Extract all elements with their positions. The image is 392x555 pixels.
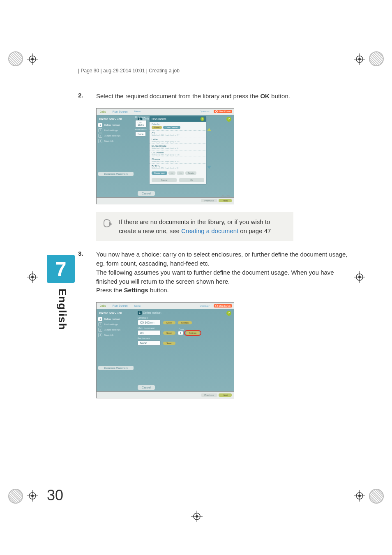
envelope-settings-button[interactable]: Settings <box>178 321 192 324</box>
cancel-button[interactable]: Cancel <box>138 191 155 196</box>
print-mark <box>8 51 23 66</box>
main-doc-select-button[interactable]: Select <box>163 331 175 335</box>
previous-button[interactable]: Previous <box>201 199 217 202</box>
envelope-label: Envelope <box>135 116 147 118</box>
operator-label[interactable]: Operator <box>197 109 212 113</box>
svg-point-27 <box>196 515 198 518</box>
help-icon[interactable]: ? <box>201 117 204 121</box>
step-text: You now have a choice: carry on to selec… <box>96 250 351 295</box>
tab-jobs[interactable]: Jobs <box>97 303 109 308</box>
wizard-step-define-mailset[interactable]: 1Define mailset <box>98 123 134 127</box>
list-item[interactable]: #9 BREWidth (mm): 225; Height (mm): nr 9… <box>150 163 206 170</box>
count-value: 1 <box>178 331 183 335</box>
next-button[interactable]: (all load OK)Next <box>219 199 232 202</box>
chapter-tab: 7 <box>47 255 75 283</box>
print-mark <box>8 489 23 504</box>
wizard-step-define-mailset[interactable]: 1Define mailset <box>98 317 134 321</box>
embedded-screenshot-2: Jobs Run Screen Menu Operator Shut Down … <box>96 302 234 398</box>
svg-point-23 <box>358 495 361 497</box>
list-item[interactable]: A4Width (mm): 210; Height (mm): nr 297 <box>150 130 206 137</box>
crop-mark <box>354 53 365 65</box>
print-mark <box>369 51 384 66</box>
link-creating-a-document[interactable]: Creating a document <box>181 227 238 234</box>
panel-title: 1Define mailset <box>138 311 231 315</box>
shutdown-button[interactable]: Shut Down <box>214 110 232 113</box>
scroll-down-icon[interactable] <box>207 166 211 169</box>
help-icon[interactable]: ? <box>226 311 231 316</box>
enclosures-value: None <box>138 340 161 346</box>
tab-jobs[interactable]: Jobs <box>97 109 109 114</box>
svg-point-11 <box>31 276 34 278</box>
note-box: If there are no documents in the library… <box>96 212 293 241</box>
crop-mark <box>354 271 365 283</box>
popup-title: Documents <box>152 118 166 120</box>
callout-ring <box>184 330 201 336</box>
tab-run-screen[interactable]: Run Screen <box>109 109 131 114</box>
create-new-button[interactable]: Create new <box>152 171 167 175</box>
svg-point-19 <box>31 495 34 497</box>
page-header: | Page 30 | aug-29-2014 10:01 | Creating… <box>41 66 351 75</box>
wizard-step-save-job[interactable]: 4Save job <box>98 139 134 143</box>
step-text: Select the required document from the li… <box>96 92 351 101</box>
document-placement-button[interactable]: Document Placement <box>98 366 134 370</box>
document-placement-button[interactable]: Document Placement <box>98 172 134 176</box>
menu-button[interactable]: Menu <box>131 109 144 113</box>
wizard-step-output-settings[interactable]: 3Output settings <box>98 134 134 138</box>
crop-mark <box>27 271 38 283</box>
next-button[interactable]: Next <box>219 393 232 397</box>
order-by-label: Order by <box>150 122 206 126</box>
breadcrumb: Create new - Job <box>99 118 134 120</box>
language-label: English <box>56 289 69 330</box>
print-mark <box>369 489 384 504</box>
svg-point-3 <box>31 58 34 60</box>
scroll-up-icon[interactable] <box>207 128 211 131</box>
documents-popup: Documents? Order by Name Date Created A4… <box>149 116 207 185</box>
list-item[interactable]: LetterWidth (mm): 216; Height (mm): nr 2… <box>150 137 206 143</box>
tab-run-screen[interactable]: Run Screen <box>109 303 131 308</box>
sort-name-button[interactable]: Name <box>152 126 162 129</box>
main-doc-label: Main docu <box>135 128 147 131</box>
enclosures-select-button[interactable]: Select <box>163 342 175 345</box>
power-icon <box>215 305 218 307</box>
step-number: 2. <box>78 92 86 101</box>
count-label: Count <box>179 328 184 331</box>
page-next-button[interactable]: >> <box>177 171 184 175</box>
main-doc-settings-button[interactable]: Settings <box>186 331 200 335</box>
enclosures-label: Enclosures <box>138 337 231 340</box>
list-item[interactable]: DL CertificateWidth (mm): 210; Height (m… <box>150 143 206 150</box>
crop-mark <box>27 53 38 65</box>
wizard-step-fold-settings[interactable]: 2Fold settings <box>98 128 134 132</box>
sort-date-button[interactable]: Date Created <box>163 126 180 129</box>
crop-mark <box>354 490 365 502</box>
main-doc-value: A4 <box>138 330 161 335</box>
scroll-control[interactable] <box>207 128 211 169</box>
main-doc-value: None <box>135 132 146 136</box>
envelope-value: C5-162mm <box>138 320 161 325</box>
previous-button[interactable]: Previous <box>201 393 217 397</box>
list-item[interactable]: C5 148mmWidth (mm): 210; Height (mm): nr… <box>150 150 206 157</box>
envelope-select-button[interactable]: Select <box>163 321 175 324</box>
page-prev-button[interactable]: << <box>168 171 176 175</box>
cancel-button[interactable]: Cancel <box>152 178 177 182</box>
cancel-button[interactable]: Cancel <box>138 385 155 390</box>
wizard-step-fold-settings[interactable]: 2Fold settings <box>98 322 134 326</box>
wizard-step-save-job[interactable]: 4Save job <box>98 333 134 337</box>
wizard-step-output-settings[interactable]: 3Output settings <box>98 328 134 332</box>
menu-button[interactable]: Menu <box>131 304 144 308</box>
crop-mark <box>27 490 38 502</box>
note-icon <box>104 219 111 227</box>
svg-point-7 <box>358 58 361 60</box>
power-icon <box>215 110 218 113</box>
delete-button[interactable]: Delete <box>185 171 196 175</box>
svg-point-15 <box>358 276 361 278</box>
shutdown-button[interactable]: Shut Down <box>214 304 232 308</box>
list-item[interactable]: ChequeWidth (mm): 210; Height (mm): nr 1… <box>150 157 206 163</box>
embedded-screenshot-1: Jobs Run Screen Menu Operator Shut Down … <box>96 108 234 204</box>
ok-button[interactable]: Ok <box>179 178 204 182</box>
crop-mark <box>191 511 203 522</box>
operator-label[interactable]: Operator <box>197 304 212 308</box>
help-icon[interactable]: ? <box>226 117 231 122</box>
envelope-label: Envelope <box>138 317 231 319</box>
envelope-value: C5-162m <box>135 120 147 127</box>
step-number: 3. <box>78 250 86 295</box>
